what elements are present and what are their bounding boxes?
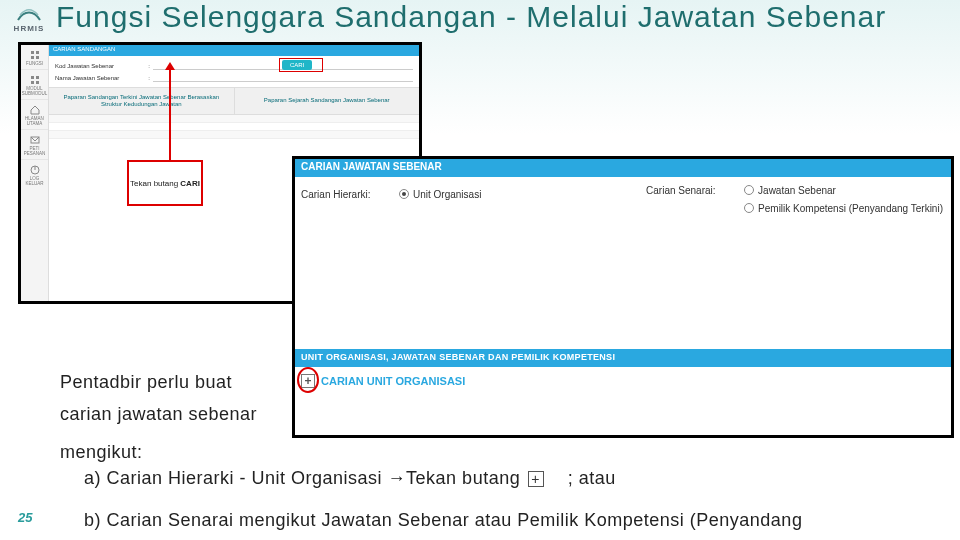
arrow-annotation-icon <box>169 68 171 160</box>
svg-rect-3 <box>36 56 39 59</box>
tab-paparan-sejarah[interactable]: Paparan Sejarah Sandangan Jawatan Sebena… <box>235 88 420 114</box>
field-label: Kod Jawatan Sebenar <box>55 63 145 69</box>
svg-rect-5 <box>36 76 39 79</box>
body-line-4b: ; atau <box>568 468 616 488</box>
app-sidebar: FUNGSI MODULSUBMODUL HLAMANUTAMA PETIPES… <box>21 45 49 301</box>
svg-rect-4 <box>31 76 34 79</box>
body-line-5: b) Carian Senarai mengikut Jawatan Seben… <box>84 510 802 531</box>
radio-pemilik-kompetensi[interactable] <box>744 203 754 213</box>
sidebar-item-home[interactable]: HLAMANUTAMA <box>21 100 48 130</box>
tab-paparan-terkini[interactable]: Paparan Sandangan Terkini Jawatan Sebena… <box>49 88 235 114</box>
page-number: 25 <box>18 510 32 525</box>
logo-text: HRMIS <box>14 24 45 33</box>
field-row-kod: Kod Jawatan Sebenar : <box>55 60 413 72</box>
body-line-4a: a) Carian Hierarki - Unit Organisasi →Te… <box>84 468 520 488</box>
svg-rect-1 <box>36 51 39 54</box>
screenshot-frame-2: CARIAN JAWATAN SEBENAR Carian Hierarki: … <box>292 156 954 438</box>
tree-root-label: CARIAN UNIT ORGANISASI <box>321 375 465 387</box>
grid-icon <box>30 50 40 60</box>
nama-input[interactable] <box>153 74 413 82</box>
mail-icon <box>30 135 40 145</box>
hierarki-label: Carian Hierarki: <box>301 189 391 200</box>
radio-unit-organisasi[interactable] <box>399 189 409 199</box>
cari-button-wrap: CARI <box>282 60 312 70</box>
panel-header-3: UNIT ORGANISASI, JAWATAN SEBENAR DAN PEM… <box>295 349 951 367</box>
radio-label: Jawatan Sebenar <box>758 185 836 196</box>
logout-icon <box>30 165 40 175</box>
callout-box: Tekan butang CARI <box>127 160 203 206</box>
svg-rect-0 <box>31 51 34 54</box>
field-row-nama: Nama Jawatan Sebenar : <box>55 72 413 84</box>
body-line-3: mengikut: <box>60 442 143 463</box>
empty-table <box>49 115 419 139</box>
highlight-box-icon <box>279 58 323 72</box>
circle-annotation-icon <box>297 367 319 393</box>
svg-rect-6 <box>31 81 34 84</box>
logo: HRMIS <box>4 6 54 36</box>
sidebar-item-peti[interactable]: PETIPESANAN <box>21 130 48 160</box>
panel-header-2: CARIAN JAWATAN SEBENAR <box>295 159 951 177</box>
plus-inline-icon: + <box>528 471 544 487</box>
radio-label: Unit Organisasi <box>413 189 481 200</box>
panel-header-1: CARIAN SANDANGAN <box>49 45 419 56</box>
body-line-4: a) Carian Hierarki - Unit Organisasi →Te… <box>84 468 616 489</box>
tree-root-row[interactable]: + CARIAN UNIT ORGANISASI <box>301 371 945 391</box>
svg-rect-2 <box>31 56 34 59</box>
body-line-2: carian jawatan sebenar <box>60 404 257 425</box>
callout-text: Tekan butang CARI <box>130 179 200 188</box>
tab-bar: Paparan Sandangan Terkini Jawatan Sebena… <box>49 87 419 115</box>
senarai-group: Carian Senarai: Jawatan Sebenar Pemilik … <box>646 181 943 217</box>
body-line-1: Pentadbir perlu buat <box>60 372 232 393</box>
sidebar-item-fungsi[interactable]: FUNGSI <box>21 45 48 70</box>
sidebar-item-modul[interactable]: MODULSUBMODUL <box>21 70 48 100</box>
grid-icon <box>30 75 40 85</box>
slide: HRMIS Fungsi Selenggara Sandangan - Mela… <box>0 0 960 540</box>
senarai-label: Carian Senarai: <box>646 185 736 196</box>
logo-swoosh-icon <box>16 6 42 24</box>
page-title: Fungsi Selenggara Sandangan - Melalui Ja… <box>56 0 886 34</box>
radio-label: Pemilik Kompetensi (Penyandang Terkini) <box>758 203 943 214</box>
svg-rect-7 <box>36 81 39 84</box>
radio-jawatan-sebenar[interactable] <box>744 185 754 195</box>
sidebar-item-logout[interactable]: LOGKELUAR <box>21 160 48 189</box>
home-icon <box>30 105 40 115</box>
field-label: Nama Jawatan Sebenar <box>55 75 145 81</box>
